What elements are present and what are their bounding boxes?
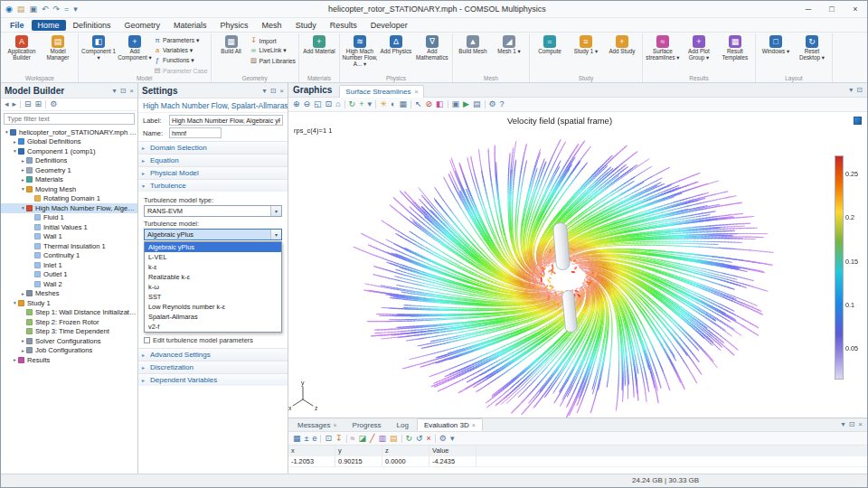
tree-node-step-2-frozen-rotor[interactable]: Step 2: Frozen Rotor <box>1 317 137 327</box>
ribbon-study-1[interactable]: ≡Study 1 ▾ <box>568 34 604 55</box>
add-study-icon[interactable]: + <box>616 35 628 48</box>
wireframe-icon[interactable]: ▦ <box>399 100 407 108</box>
tree-toggle-icon[interactable]: ▸ <box>20 291 26 296</box>
undo-icon[interactable]: ↶ <box>42 5 49 14</box>
scientific-notation-icon[interactable]: e <box>312 435 316 443</box>
ribbon-mesh-1[interactable]: ◢Mesh 1 ▾ <box>491 34 527 55</box>
menu-developer[interactable]: Developer <box>364 20 414 31</box>
ribbon-add-physics[interactable]: ΔAdd Physics <box>378 34 414 55</box>
tree-node-initial-values-1[interactable]: Initial Values 1 <box>1 222 137 232</box>
chevron-down-icon[interactable]: ▾ <box>270 230 281 239</box>
import-icon[interactable]: ↧ <box>250 37 258 44</box>
ribbon-result-templates[interactable]: ▦Result Templates <box>717 34 753 61</box>
clear-table-icon[interactable]: × <box>427 435 431 443</box>
tree-node-continuity-1[interactable]: Continuity 1 <box>1 251 137 261</box>
select-icon[interactable]: ↖ <box>415 100 422 108</box>
panel-menu-icon[interactable]: ▾ <box>263 87 267 95</box>
close-icon[interactable]: × <box>414 89 418 95</box>
tree-node-helicopter-rotor-stationary-mph-root[interactable]: ▾helicopter_rotor_STATIONARY.mph (root) <box>1 127 137 137</box>
panel-float-icon[interactable]: ⊡ <box>856 86 863 94</box>
selection-color-icon[interactable]: ◧ <box>436 100 444 108</box>
option-sst[interactable]: SST <box>145 292 281 302</box>
view-menu-icon[interactable]: ▾ <box>367 100 372 108</box>
column-header-x[interactable]: x <box>288 446 335 455</box>
panel-close-icon[interactable]: × <box>858 420 863 428</box>
panel-float-icon[interactable]: ⊡ <box>120 87 127 95</box>
deselect-icon[interactable]: ⊘ <box>426 100 433 108</box>
add-component-icon[interactable]: + <box>128 35 141 48</box>
tree-filter-input[interactable] <box>4 113 135 125</box>
update-table-icon[interactable]: ↻ <box>406 435 413 443</box>
animation-icon[interactable]: ▶ <box>463 100 469 108</box>
nav-forward-icon[interactable]: ▸ <box>13 100 17 108</box>
tree-node-meshes[interactable]: ▸Meshes <box>1 289 137 299</box>
tree-node-job-configurations[interactable]: ▸Job Configurations <box>1 346 137 356</box>
panel-menu-icon[interactable]: ▾ <box>842 420 845 428</box>
redo-icon[interactable]: ↷ <box>52 5 60 14</box>
ribbon-part-libraries[interactable]: ▥Part Libraries <box>250 56 297 65</box>
node-settings-icon[interactable]: ⚙ <box>50 100 57 108</box>
tree-toggle-icon[interactable]: ▾ <box>12 300 18 305</box>
tree-node-inlet-1[interactable]: Inlet 1 <box>1 260 137 270</box>
section-discretization[interactable]: ▸Discretization <box>138 361 288 373</box>
table-row[interactable]: -1.20530.902150.0000-4.2435 <box>288 456 867 467</box>
column-header-y[interactable]: y <box>335 446 382 455</box>
tree-node-global-definitions[interactable]: ▸Global Definitions <box>1 137 137 147</box>
transparency-icon[interactable]: ◐ <box>391 100 395 108</box>
section-turbulence[interactable]: ▾Turbulence <box>138 179 288 192</box>
snapshot-icon[interactable]: ▣ <box>452 100 460 108</box>
tree-node-component-1-comp1[interactable]: ▾Component 1 (comp1) <box>1 146 137 156</box>
titlebar-compute-icon[interactable]: = <box>64 5 69 14</box>
compute-icon[interactable]: = <box>543 35 556 48</box>
option-v2-f[interactable]: v2-f <box>145 322 281 332</box>
tree-node-results[interactable]: ▸Results <box>1 355 137 365</box>
section-equation[interactable]: ▸Equation <box>138 154 288 166</box>
menu-materials[interactable]: Materials <box>167 20 213 31</box>
tree-toggle-icon[interactable]: ▾ <box>4 129 10 135</box>
option-spalart-allmaras[interactable]: Spalart-Allmaras <box>145 312 281 322</box>
tab-log[interactable]: Log <box>390 418 416 431</box>
collapse-all-icon[interactable]: ⊟ <box>24 100 32 108</box>
minimize-button[interactable]: ─ <box>797 1 820 17</box>
section-domain-selection[interactable]: ▸Domain Selection <box>138 141 288 154</box>
streamline-plot-canvas[interactable] <box>288 112 867 418</box>
plot-table-icon[interactable]: ≈ <box>351 435 355 443</box>
tree-node-fluid-1[interactable]: Fluid 1 <box>1 213 137 223</box>
section-dependent-variables[interactable]: ▸Dependent Variables <box>138 373 288 386</box>
build-all-icon[interactable]: ▦ <box>225 35 238 48</box>
ribbon-surface-streamlines[interactable]: ≈Surface streamlines ▾ <box>645 34 681 61</box>
parameters-icon[interactable]: π <box>154 37 161 44</box>
panel-close-icon[interactable]: × <box>129 87 134 95</box>
panel-menu-icon[interactable]: ▾ <box>113 87 117 95</box>
tree-toggle-icon[interactable]: ▸ <box>12 139 18 145</box>
chevron-down-icon[interactable]: ▾ <box>270 206 281 216</box>
menu-results[interactable]: Results <box>324 20 363 31</box>
parameter-case-icon[interactable]: ▤ <box>154 67 161 74</box>
edit-turbulence-parameters-checkbox[interactable] <box>144 337 150 343</box>
label-input[interactable] <box>169 115 283 126</box>
turbulence-model-type-select[interactable]: RANS-EVM▾ <box>144 205 282 217</box>
close-button[interactable]: × <box>844 1 867 17</box>
mesh-icon[interactable]: ◢ <box>503 35 515 48</box>
refresh-table-icon[interactable]: ↺ <box>416 435 423 443</box>
windows-icon[interactable]: □ <box>769 35 782 48</box>
menu-physics[interactable]: Physics <box>214 20 255 31</box>
model-manager-icon[interactable]: ▤ <box>52 35 64 48</box>
surface-table-icon[interactable]: ◪ <box>359 435 367 443</box>
ribbon-compute[interactable]: =Compute <box>532 34 568 55</box>
table-grid-icon[interactable]: ▦ <box>293 435 301 443</box>
expand-all-icon[interactable]: ⊞ <box>35 100 42 108</box>
tree-node-step-1-wall-distance-initialization[interactable]: Step 1: Wall Distance Initialization <box>1 308 137 318</box>
study-icon[interactable]: ≡ <box>580 35 592 48</box>
tree-node-geometry-1[interactable]: ▸Geometry 1 <box>1 165 137 175</box>
option-realizable-k[interactable]: Realizable k-ε <box>145 272 281 282</box>
tree-toggle-icon[interactable]: ▸ <box>20 177 26 183</box>
zoom-box-icon[interactable]: ⊡ <box>326 100 333 108</box>
histogram-icon[interactable]: ▥ <box>378 435 386 443</box>
rotate-view-icon[interactable]: ↻ <box>349 100 356 108</box>
tree-node-study-1[interactable]: ▾Study 1 <box>1 298 137 308</box>
ribbon-model-manager[interactable]: ▤Model Manager <box>40 34 76 61</box>
application-builder-icon[interactable]: A <box>15 35 28 48</box>
panel-float-icon[interactable]: ⊡ <box>849 420 855 428</box>
menu-home[interactable]: Home <box>32 20 66 31</box>
